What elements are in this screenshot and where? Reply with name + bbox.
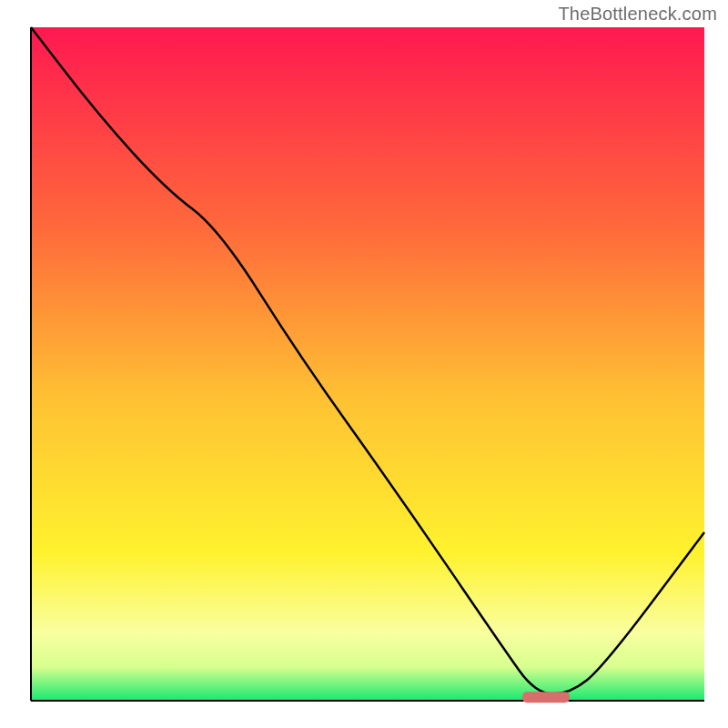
- chart-container: TheBottleneck.com: [0, 0, 728, 728]
- watermark-text: TheBottleneck.com: [558, 4, 717, 25]
- optimal-range-marker: [522, 692, 570, 703]
- plot-background: [31, 27, 704, 701]
- bottleneck-chart: [0, 0, 728, 728]
